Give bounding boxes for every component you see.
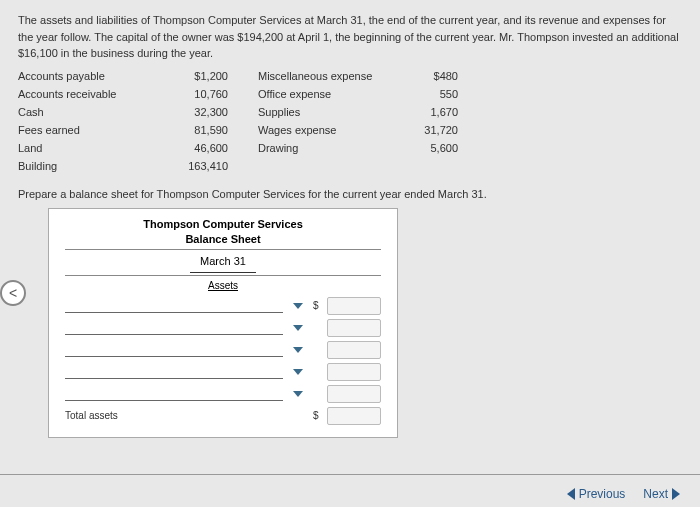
- instruction-text: Prepare a balance sheet for Thompson Com…: [18, 188, 682, 200]
- asset-name-field[interactable]: [65, 343, 283, 357]
- account-label: Accounts receivable: [18, 88, 178, 100]
- asset-value-input[interactable]: [327, 297, 381, 315]
- account-label: Drawing: [248, 142, 408, 154]
- asset-value-input[interactable]: [327, 363, 381, 381]
- asset-value-input[interactable]: [327, 385, 381, 403]
- dollar-sign: $: [313, 300, 321, 311]
- account-value: 46,600: [178, 142, 248, 154]
- account-value: 163,410: [178, 160, 248, 172]
- bottom-nav: Previous Next: [567, 487, 680, 501]
- account-value: 1,670: [408, 106, 478, 118]
- asset-name-field[interactable]: [65, 387, 283, 401]
- total-assets-label: Total assets: [65, 410, 307, 421]
- chevron-down-icon[interactable]: [293, 347, 303, 353]
- chevron-down-icon[interactable]: [293, 303, 303, 309]
- account-value: $1,200: [178, 70, 248, 82]
- asset-value-input[interactable]: [327, 341, 381, 359]
- assets-section-label: Assets: [65, 280, 381, 291]
- next-label: Next: [643, 487, 668, 501]
- chevron-left-icon: [567, 488, 575, 500]
- previous-label: Previous: [579, 487, 626, 501]
- sheet-date: March 31: [190, 254, 256, 272]
- account-label: Miscellaneous expense: [248, 70, 408, 82]
- total-assets-input[interactable]: [327, 407, 381, 425]
- asset-value-input[interactable]: [327, 319, 381, 337]
- back-circle-button[interactable]: <: [0, 280, 26, 306]
- dollar-sign: $: [313, 410, 321, 421]
- balance-sheet-form: Thompson Computer Services Balance Sheet…: [48, 208, 398, 438]
- chevron-right-icon: [672, 488, 680, 500]
- account-label: Fees earned: [18, 124, 178, 136]
- problem-intro: The assets and liabilities of Thompson C…: [18, 12, 682, 62]
- account-value: 32,300: [178, 106, 248, 118]
- account-label: Building: [18, 160, 178, 172]
- account-label: Land: [18, 142, 178, 154]
- chevron-down-icon[interactable]: [293, 325, 303, 331]
- account-value: 31,720: [408, 124, 478, 136]
- account-value: 10,760: [178, 88, 248, 100]
- account-value: $480: [408, 70, 478, 82]
- company-name: Thompson Computer Services: [65, 217, 381, 232]
- account-label: Office expense: [248, 88, 408, 100]
- account-label: Wages expense: [248, 124, 408, 136]
- asset-name-field[interactable]: [65, 299, 283, 313]
- asset-name-field[interactable]: [65, 321, 283, 335]
- next-button[interactable]: Next: [643, 487, 680, 501]
- chevron-down-icon[interactable]: [293, 369, 303, 375]
- asset-name-field[interactable]: [65, 365, 283, 379]
- account-value: 81,590: [178, 124, 248, 136]
- account-value: [408, 160, 478, 172]
- account-value: 5,600: [408, 142, 478, 154]
- account-label: Cash: [18, 106, 178, 118]
- account-label: Supplies: [248, 106, 408, 118]
- account-label: Accounts payable: [18, 70, 178, 82]
- account-label: [248, 160, 408, 172]
- accounts-grid: Accounts payable $1,200 Miscellaneous ex…: [18, 70, 682, 172]
- chevron-down-icon[interactable]: [293, 391, 303, 397]
- sheet-title: Balance Sheet: [65, 232, 381, 247]
- previous-button[interactable]: Previous: [567, 487, 626, 501]
- account-value: 550: [408, 88, 478, 100]
